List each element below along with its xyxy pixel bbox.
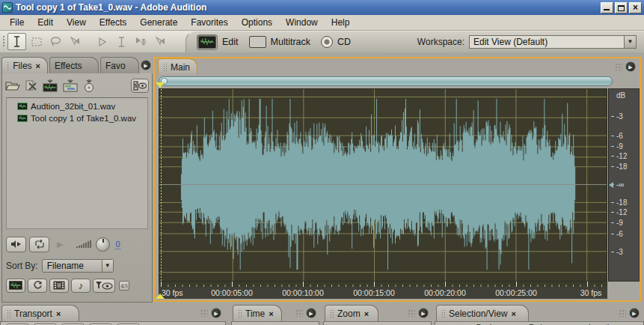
workspace-dropdown-arrow-icon[interactable]: ▼ (624, 36, 636, 48)
view-mode-shelf: Edit Multitrack CD Workspace: Edit View … (185, 31, 644, 52)
ruler-label: -3 (616, 113, 623, 121)
lasso-tool[interactable] (46, 33, 65, 50)
menu-generate[interactable]: Generate (133, 16, 184, 29)
selection-view-panel-body: Begin End Length (435, 321, 644, 325)
open-file-icon[interactable] (5, 80, 20, 91)
adobe-audition-window: Tool copy 1 of Take1_0.wav - Adobe Audit… (0, 0, 644, 325)
timeline-label: 00:00:10:00 (282, 288, 323, 297)
window-title: Tool copy 1 of Take1_0.wav - Adobe Audit… (16, 2, 206, 13)
transport-panel-group: Transport × ▶ (0, 305, 226, 325)
close-button[interactable]: × (629, 2, 642, 13)
tab-transport-close-icon[interactable]: × (56, 309, 61, 318)
time-selection-tool[interactable] (7, 33, 26, 50)
edit-view-button[interactable]: Edit (197, 34, 239, 50)
files-panel-body: Audtion_32bit_01.wav Tool copy 1 of Take… (1, 73, 153, 303)
ruler-label: -∞ (616, 181, 624, 189)
show-audio-files-button[interactable] (6, 279, 25, 293)
tab-time-close-icon[interactable]: × (269, 309, 273, 318)
scrub-tool[interactable] (66, 33, 85, 50)
import-multitrack-icon[interactable] (63, 79, 78, 92)
file-list-item[interactable]: Audtion_32bit_01.wav (7, 100, 147, 112)
timeline-ticks[interactable] (159, 282, 607, 287)
timeline-label: 00:00:20:00 (424, 288, 465, 297)
preview-volume-value[interactable]: 0 (115, 240, 120, 249)
show-options-button[interactable] (131, 79, 149, 93)
cd-view-icon (321, 36, 333, 48)
timeline-label: 00:00:25:00 (495, 288, 536, 297)
show-midi-files-button[interactable]: ♪ (71, 279, 91, 293)
tab-selection-view-close-icon[interactable]: × (512, 309, 516, 318)
show-video-files-button[interactable] (49, 279, 69, 293)
tab-selection-view[interactable]: Selection/View × (436, 305, 529, 321)
multitrack-view-button[interactable]: Multitrack (249, 36, 310, 48)
full-path-toggle-icon[interactable]: c:\ (119, 281, 129, 291)
zoom-panel-group: Zoom × ▶ (323, 305, 432, 325)
show-loop-files-button[interactable] (28, 279, 47, 293)
toolbar-separator (85, 33, 92, 50)
tab-main[interactable]: Main (158, 58, 197, 75)
tab-transport[interactable]: Transport × (1, 305, 79, 321)
play-cursor-tool[interactable] (93, 33, 111, 50)
zoom-panel-menu-button[interactable]: ▶ (418, 308, 429, 318)
tab-files[interactable]: Files × (1, 57, 48, 73)
timeline-fps-left: 30 fps (162, 288, 183, 297)
filter-options-button[interactable] (93, 279, 115, 293)
tab-grip (7, 309, 10, 318)
main-panel: Main ▶ dB -3 -6 -9 -12 -18 -∞ -18 -12 -9… (153, 57, 641, 302)
workspace-select[interactable]: Edit View (Default) ▼ (469, 35, 637, 49)
tab-effects[interactable]: Effects (49, 57, 99, 73)
marquee-selection-tool[interactable] (27, 33, 46, 50)
menu-favorites[interactable]: Favorites (184, 16, 234, 29)
sort-row: Sort By: Filename ▼ (6, 258, 148, 274)
ibeam-tool[interactable] (112, 33, 131, 50)
edit-view-icon (198, 36, 216, 49)
file-list-item[interactable]: Tool copy 1 of Take1_0.wav (7, 112, 147, 124)
menu-effects[interactable]: Effects (93, 16, 133, 29)
auto-play-button[interactable] (6, 237, 26, 252)
menu-help[interactable]: Help (325, 16, 357, 29)
menu-view[interactable]: View (60, 16, 93, 29)
ruler-label: -6 (616, 133, 623, 140)
import-cd-audio-icon[interactable] (83, 79, 95, 92)
scrub-tool-secondary[interactable] (151, 33, 170, 50)
horizontal-zoom-scrollbar[interactable] (159, 76, 613, 86)
menu-options[interactable]: Options (235, 16, 279, 29)
tab-zoom[interactable]: Zoom × (325, 305, 378, 321)
toolbar-grip[interactable] (2, 35, 5, 48)
menu-edit[interactable]: Edit (31, 16, 60, 29)
minimize-icon (604, 9, 610, 10)
menu-window[interactable]: Window (279, 16, 325, 29)
menu-file[interactable]: File (3, 16, 31, 29)
file-list[interactable]: Audtion_32bit_01.wav Tool copy 1 of Take… (6, 97, 148, 229)
maximize-button[interactable] (615, 2, 628, 13)
tab-main-label: Main (171, 62, 190, 73)
close-file-icon[interactable] (25, 80, 37, 91)
timeline[interactable]: 30 fps 00:00:05:00 00:00:10:00 00:00:15:… (159, 287, 607, 299)
ruler-label: -12 (616, 209, 627, 216)
transport-panel-menu-button[interactable]: ▶ (211, 308, 221, 318)
playhead-marker-top-icon[interactable] (156, 82, 165, 88)
sort-by-select[interactable]: Filename ▼ (42, 259, 114, 273)
zoom-panel-body (323, 321, 432, 325)
maximize-icon (618, 5, 625, 11)
tab-zoom-close-icon[interactable]: × (364, 309, 369, 318)
time-panel-menu-button[interactable]: ▶ (306, 308, 316, 318)
import-file-icon[interactable] (43, 79, 58, 92)
preview-volume-knob[interactable] (96, 237, 110, 252)
loop-play-button[interactable] (29, 237, 49, 252)
tab-favorites[interactable]: Favo (100, 57, 139, 73)
amplitude-ruler[interactable]: dB -3 -6 -9 -12 -18 -∞ -18 -12 -9 -6 -3 (608, 88, 640, 282)
cd-view-button[interactable]: CD (321, 36, 351, 48)
files-panel-menu-button[interactable]: ▶ (141, 60, 151, 70)
minimize-button[interactable] (601, 2, 613, 13)
workspace-label: Workspace: (417, 37, 464, 47)
main-panel-menu-button[interactable]: ▶ (625, 61, 636, 72)
selection-panel-menu-button[interactable]: ▶ (629, 308, 640, 318)
tab-time[interactable]: Time × (233, 305, 282, 321)
tab-files-close-icon[interactable]: × (36, 61, 40, 70)
move-tool[interactable] (132, 33, 150, 50)
playhead-marker-bottom-icon[interactable] (156, 294, 165, 299)
panel-grip (295, 309, 303, 317)
waveform-display[interactable] (159, 88, 607, 282)
sort-dropdown-arrow-icon[interactable]: ▼ (102, 260, 113, 272)
